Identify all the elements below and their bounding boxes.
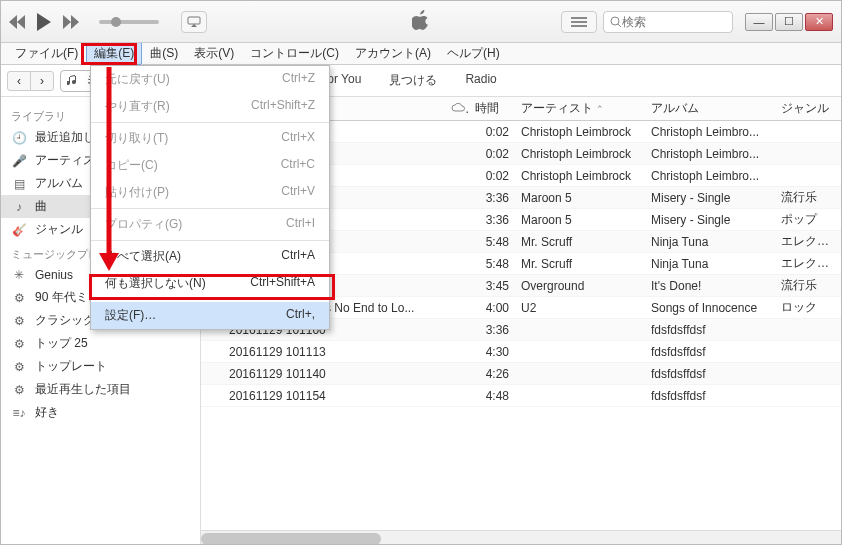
cell-album: Christoph Leimbro... [645,169,775,183]
horizontal-scrollbar[interactable] [201,530,841,545]
col-artist[interactable]: アーティスト [515,100,645,117]
cell-artist: Christoph Leimbrock [515,125,645,139]
cell-artist: Christoph Leimbrock [515,147,645,161]
nav-back-button[interactable]: ‹ [7,71,31,91]
menu-item-preferences[interactable]: 設定(F)…Ctrl+, [91,302,329,329]
search-icon [610,16,622,28]
sidebar-item-toprate[interactable]: ⚙トップレート [1,355,200,378]
cell-album: fdsfdsffdsf [645,367,775,381]
menu-file[interactable]: ファイル(F) [7,42,86,65]
clock-icon: 🕘 [11,130,27,146]
cell-genre: 流行乐 [775,189,841,206]
mic-icon: 🎤 [11,153,27,169]
cell-artist: U2 [515,301,645,315]
album-icon: ▤ [11,176,27,192]
menu-item-cut[interactable]: 切り取り(T)Ctrl+X [91,125,329,152]
playback-controls [9,11,207,33]
menu-controls[interactable]: コントロール(C) [242,42,347,65]
airplay-button[interactable] [181,11,207,33]
guitar-icon: 🎸 [11,222,27,238]
volume-slider[interactable] [99,20,159,24]
tab-radio[interactable]: Radio [451,68,510,93]
sidebar-item-liked[interactable]: ≡♪好き [1,401,200,424]
col-cloud[interactable] [445,102,469,116]
menu-view[interactable]: 表示(V) [186,42,242,65]
player-toolbar: — ☐ ✕ [1,1,841,43]
maximize-button[interactable]: ☐ [775,13,803,31]
menubar: ファイル(F) 編集(E) 曲(S) 表示(V) コントロール(C) アカウント… [1,43,841,65]
cell-time: 3:36 [469,213,515,227]
menu-item-copy[interactable]: コピー(C)Ctrl+C [91,152,329,179]
apple-logo-icon [412,10,430,33]
next-button[interactable] [63,15,81,29]
cell-time: 4:30 [469,345,515,359]
cell-name: 20161129 101140 [223,367,445,381]
close-button[interactable]: ✕ [805,13,833,31]
nav-forward-button[interactable]: › [30,71,54,91]
gear-icon: ⚙ [11,382,27,398]
col-time[interactable]: 時間 [469,100,515,117]
note-icon: ♪ [11,199,27,215]
table-row[interactable]: 20161129 1011404:26fdsfdsffdsf [201,363,841,385]
col-album[interactable]: アルバム [645,100,775,117]
cell-artist: Maroon 5 [515,191,645,205]
menu-song[interactable]: 曲(S) [142,42,186,65]
cell-artist: Mr. Scruff [515,257,645,271]
search-input[interactable] [622,15,712,29]
cell-artist: Christoph Leimbrock [515,169,645,183]
prev-button[interactable] [9,15,27,29]
cell-time: 0:02 [469,169,515,183]
cell-album: Misery - Single [645,191,775,205]
cell-time: 5:48 [469,257,515,271]
menu-item-selectnone[interactable]: 何も選択しない(N)Ctrl+Shift+A [91,270,329,297]
menu-item-redo[interactable]: やり直す(R)Ctrl+Shift+Z [91,93,329,120]
music-icon [67,75,79,87]
table-row[interactable]: 20161129 1011134:30fdsfdsffdsf [201,341,841,363]
menu-item-paste[interactable]: 貼り付け(P)Ctrl+V [91,179,329,206]
svg-rect-0 [188,17,200,24]
cell-album: Ninja Tuna [645,257,775,271]
cell-genre: エレクトロニ. [775,255,841,272]
menu-edit[interactable]: 編集(E) [86,42,142,65]
cell-genre: ポップ [775,211,841,228]
menu-item-selectall[interactable]: すべて選択(A)Ctrl+A [91,243,329,270]
search-box[interactable] [603,11,733,33]
cell-time: 3:36 [469,191,515,205]
cell-album: It's Done! [645,279,775,293]
gear-icon: ⚙ [11,313,27,329]
play-button[interactable] [37,13,53,31]
col-genre[interactable]: ジャンル [775,100,841,117]
gear-icon: ⚙ [11,336,27,352]
table-row[interactable]: 20161129 1011544:48fdsfdsffdsf [201,385,841,407]
menu-account[interactable]: アカウント(A) [347,42,439,65]
svg-point-1 [611,17,619,25]
cell-genre: ロック [775,299,841,316]
cell-genre: エレクトロニ. [775,233,841,250]
minimize-button[interactable]: — [745,13,773,31]
edit-menu-dropdown: 元に戻す(U)Ctrl+Z やり直す(R)Ctrl+Shift+Z 切り取り(T… [90,65,330,330]
genius-icon: ✳ [11,267,27,283]
playlist-icon: ≡♪ [11,405,27,421]
menu-item-props[interactable]: プロパティ(G)Ctrl+I [91,211,329,238]
cell-genre: 流行乐 [775,277,841,294]
sidebar-item-recentplay[interactable]: ⚙最近再生した項目 [1,378,200,401]
cloud-icon [451,103,465,113]
toolbar-right: — ☐ ✕ [561,11,833,33]
cell-album: Christoph Leimbro... [645,125,775,139]
sidebar-item-top25[interactable]: ⚙トップ 25 [1,332,200,355]
cell-album: Christoph Leimbro... [645,147,775,161]
cell-time: 4:26 [469,367,515,381]
cell-time: 0:02 [469,125,515,139]
cell-album: fdsfdsffdsf [645,389,775,403]
cell-time: 5:48 [469,235,515,249]
gear-icon: ⚙ [11,290,27,306]
menu-item-undo[interactable]: 元に戻す(U)Ctrl+Z [91,66,329,93]
cell-artist: Mr. Scruff [515,235,645,249]
window-controls: — ☐ ✕ [745,13,833,31]
cell-name: 20161129 101113 [223,345,445,359]
cell-album: fdsfdsffdsf [645,323,775,337]
menu-help[interactable]: ヘルプ(H) [439,42,508,65]
list-view-button[interactable] [561,11,597,33]
cell-album: Songs of Innocence [645,301,775,315]
tab-discover[interactable]: 見つける [375,68,451,93]
